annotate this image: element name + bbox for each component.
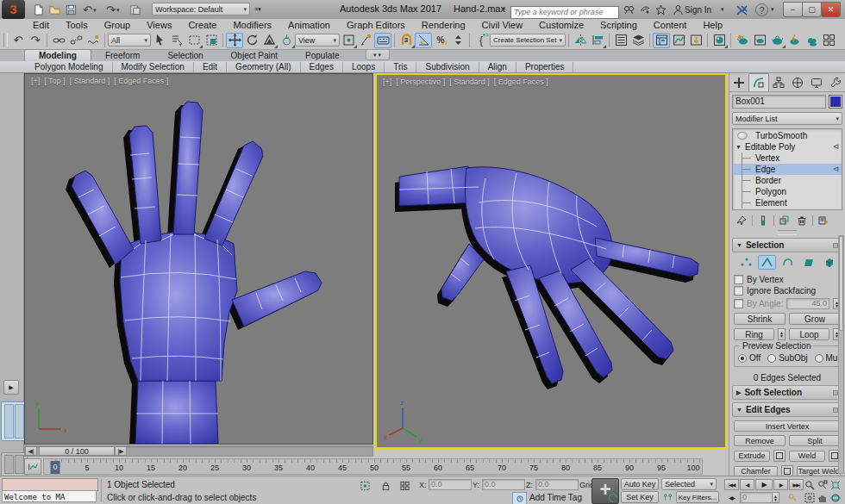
ribbon-tab-selection[interactable]: Selection: [153, 50, 216, 61]
menu-views[interactable]: Views: [147, 20, 172, 30]
stack-item-border[interactable]: Border: [733, 175, 842, 186]
maxscript-mini-listener[interactable]: Welcome to MA: [2, 490, 97, 502]
viewport-top[interactable]: [+] [ Top ] [ Standard ] [ Edged Faces ]: [24, 73, 373, 445]
set-key-button[interactable]: Set Key: [621, 491, 659, 503]
viewport-view-button[interactable]: [ Top ]: [44, 77, 65, 85]
bind-to-space-warp-icon[interactable]: [84, 33, 102, 48]
menu-graph-editors[interactable]: Graph Editors: [347, 20, 405, 30]
autodesk-exchange-icon[interactable]: [735, 3, 748, 16]
select-and-move-icon[interactable]: [226, 33, 243, 48]
help-dropdown-icon[interactable]: ▾: [771, 6, 774, 13]
trackbar-frame-40[interactable]: 40: [306, 464, 315, 472]
keyboard-shortcut-override-icon[interactable]: [374, 33, 391, 48]
workspace-menu-icon[interactable]: ≡▾: [253, 3, 263, 16]
toolbar-grip[interactable]: [3, 34, 8, 47]
zoom-all-icon[interactable]: [817, 479, 829, 490]
use-pivot-point-center-icon[interactable]: [340, 33, 357, 48]
trackbar-frame-75[interactable]: 75: [529, 464, 538, 472]
rollout-selection-header[interactable]: ▼ Selection: [732, 238, 842, 252]
remove-modifier-icon[interactable]: [795, 215, 809, 227]
viewport-shading-button[interactable]: [ Standard ]: [449, 78, 490, 86]
restore-button[interactable]: ▢: [802, 2, 822, 17]
stack-pin-icon[interactable]: ⊲: [832, 164, 839, 175]
menu-group[interactable]: Group: [104, 20, 131, 30]
next-frame-button[interactable]: |▶: [773, 479, 788, 490]
edit-edges-insert-vertex-button[interactable]: Insert Vertex: [734, 420, 841, 432]
viewport-menu-button[interactable]: [+]: [383, 78, 391, 86]
stack-item-polygon[interactable]: Polygon: [733, 186, 842, 197]
element-subobject-icon[interactable]: [820, 255, 838, 270]
menu-scripting[interactable]: Scripting: [600, 20, 637, 30]
angle-snap-toggle-icon[interactable]: [415, 33, 432, 48]
zoom-extents-icon[interactable]: [829, 479, 842, 490]
open-file-icon[interactable]: [47, 3, 62, 16]
trackbar-frame-35[interactable]: 35: [274, 464, 283, 472]
pan-hand-icon[interactable]: [817, 492, 829, 503]
trackbar-frame-0[interactable]: 0: [50, 461, 59, 474]
ribbon-panel-modify-selection[interactable]: Modify Selection: [113, 62, 194, 72]
trackbar-frame-20[interactable]: 20: [178, 464, 187, 472]
curve-editor-icon[interactable]: [670, 33, 687, 48]
create-tab-icon[interactable]: [729, 73, 748, 91]
user-icon[interactable]: [671, 3, 685, 16]
menu-rendering[interactable]: Rendering: [422, 20, 466, 30]
trackbar-frame-15[interactable]: 15: [147, 464, 155, 472]
ribbon-panel-align[interactable]: Align: [479, 62, 516, 72]
preview-subobj-radio[interactable]: SubObj: [767, 353, 807, 363]
ring-button[interactable]: Ring: [734, 328, 774, 340]
pin-stack-icon[interactable]: [735, 215, 748, 227]
selection-filter-dropdown[interactable]: All▾: [108, 34, 151, 47]
undo-scene-icon[interactable]: ↶: [9, 33, 27, 48]
stack-item-editable-poly[interactable]: ▼Editable Poly⊲: [733, 141, 842, 152]
key-mode-dropdown[interactable]: Selected▾: [661, 478, 717, 490]
edge-subobject-icon[interactable]: [758, 255, 776, 270]
menu-tools[interactable]: Tools: [66, 20, 88, 30]
menu-edit[interactable]: Edit: [33, 20, 49, 30]
signin-dropdown-icon[interactable]: ▾: [721, 6, 724, 13]
absolute-offset-mode-icon[interactable]: [398, 480, 410, 491]
object-color-swatch[interactable]: [829, 95, 842, 109]
ribbon-minimize-icon[interactable]: ▾ ▾: [366, 49, 390, 60]
ribbon-panel-edges[interactable]: Edges: [301, 62, 343, 72]
panel-divider-grip[interactable]: [778, 230, 797, 235]
mirror-icon[interactable]: [572, 33, 589, 48]
named-selection-sets-dropdown[interactable]: Create Selection Set▾: [490, 34, 566, 47]
modify-tab-icon[interactable]: [748, 73, 769, 91]
previous-frame-arrow[interactable]: ◀|: [25, 446, 37, 456]
hierarchy-tab-icon[interactable]: [769, 73, 788, 91]
trackbar-frame-55[interactable]: 55: [402, 464, 410, 472]
stack-item-vertex[interactable]: Vertex: [733, 152, 842, 164]
trackbar-frame-5[interactable]: 5: [84, 464, 89, 472]
render-presets-grid-icon[interactable]: [820, 33, 837, 48]
y-coordinate-field[interactable]: 0.0: [482, 479, 525, 490]
key-mode-toggle-icon[interactable]: [786, 492, 798, 503]
zoom-icon[interactable]: [804, 479, 816, 490]
ignore-backfacing-checkbox[interactable]: [734, 286, 743, 296]
next-frame-arrow[interactable]: |▶: [115, 446, 127, 456]
hand-model-top-view[interactable]: x y: [25, 74, 372, 444]
ribbon-panel-loops[interactable]: Loops: [343, 62, 385, 72]
by-vertex-checkbox[interactable]: [734, 275, 743, 284]
time-slider-handle[interactable]: 0 / 100: [39, 446, 115, 456]
window-crossing-toggle-icon[interactable]: [203, 33, 220, 48]
trackbar-frame-80[interactable]: 80: [561, 464, 570, 472]
mini-curve-editor-button[interactable]: [24, 458, 41, 475]
reference-coordinate-system-dropdown[interactable]: View▾: [295, 34, 340, 47]
viewport-menu-button[interactable]: [+]: [31, 77, 40, 85]
stack-item-edge[interactable]: Edge⊲: [733, 164, 842, 175]
close-button[interactable]: ✕: [821, 2, 841, 17]
goto-start-button[interactable]: |◀◀: [724, 479, 739, 490]
ribbon-toggle-icon[interactable]: [653, 33, 670, 48]
key-filters-button[interactable]: Key Filters...: [676, 491, 719, 503]
frame-spinner[interactable]: ▲▼: [772, 492, 779, 503]
trackbar-frame-70[interactable]: 70: [498, 464, 506, 472]
workspace-selector[interactable]: Workspace: Default▾: [152, 3, 250, 16]
ribbon-panel-tris[interactable]: Tris: [385, 62, 416, 72]
menu-customize[interactable]: Customize: [539, 20, 584, 30]
render-in-cloud-icon[interactable]: [803, 33, 820, 48]
sign-in-label[interactable]: Sign In: [685, 5, 711, 15]
stack-pin-icon[interactable]: ⊲: [832, 141, 839, 152]
shrink-button[interactable]: Shrink: [734, 313, 786, 325]
viewport-style-button[interactable]: [ Edged Faces ]: [494, 78, 548, 86]
edit-edges-extrude-button[interactable]: Extrude: [734, 451, 770, 462]
